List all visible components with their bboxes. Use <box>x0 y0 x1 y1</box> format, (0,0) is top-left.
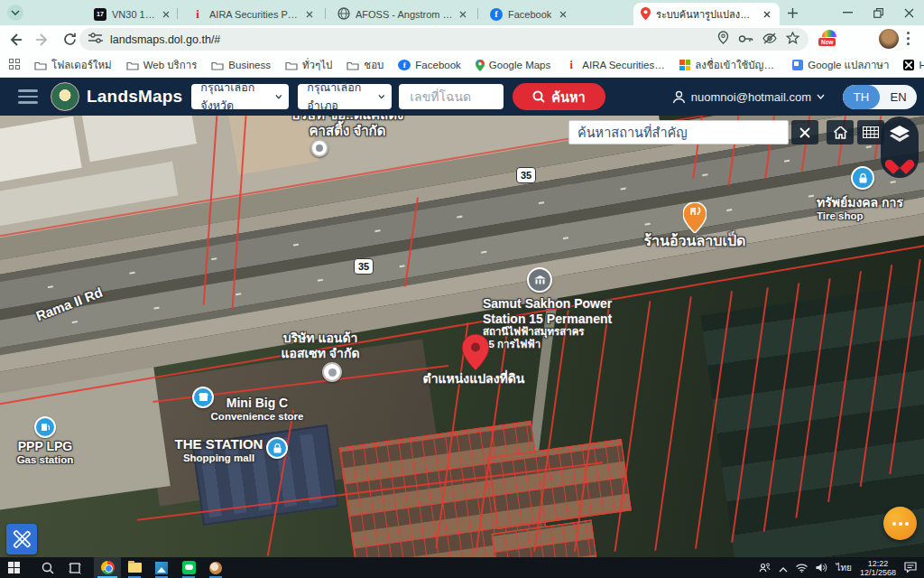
search-icon <box>532 90 545 103</box>
gas-icon <box>41 423 50 432</box>
bookmark-folder[interactable]: Web บริการ <box>119 57 205 73</box>
account-menu[interactable]: nuomnoi@hotmail.com <box>672 90 825 104</box>
keyboard-language-indicator[interactable]: ไทย <box>836 561 851 574</box>
bookmark-microsoft[interactable]: ลงชื่อเข้าใช้บัญชี Micr... <box>672 57 785 73</box>
omnibox[interactable]: landsmaps.dol.go.th/# <box>79 28 808 51</box>
taskbar-search-button[interactable] <box>34 557 61 578</box>
lang-en[interactable]: EN <box>880 85 917 109</box>
layers-button[interactable] <box>890 126 910 147</box>
aira-icon: i <box>191 8 204 21</box>
location-icon[interactable] <box>717 31 729 48</box>
taskbar-paint-button[interactable] <box>202 557 229 578</box>
folder-icon <box>126 61 139 70</box>
window-minimize-button[interactable] <box>832 0 863 25</box>
favorite-heart-button[interactable] <box>891 154 909 170</box>
ppp-lpg-poi[interactable] <box>34 416 56 438</box>
tab-close-icon[interactable] <box>458 8 467 21</box>
tab-close-icon[interactable] <box>306 8 314 21</box>
back-button[interactable] <box>4 28 27 51</box>
tab-close-icon[interactable] <box>557 8 569 21</box>
map-search-input[interactable] <box>568 120 789 144</box>
chevron-down-icon <box>11 10 20 15</box>
bookmark-google-translate[interactable]: Google แปลภาษา <box>785 57 896 73</box>
window-close-button[interactable] <box>893 0 924 25</box>
globe-icon <box>337 7 350 22</box>
tab-facebook[interactable]: f Facebook <box>483 3 625 25</box>
notification-center-icon[interactable] <box>904 560 917 576</box>
parcel-pin-label: ตำแหน่งแปลงที่ดิน <box>388 371 559 387</box>
task-view-button[interactable] <box>61 557 88 578</box>
search-icon <box>42 562 54 574</box>
taskbar-photos-button[interactable] <box>148 557 175 578</box>
browser-toolbar: landsmaps.dol.go.th/# New <box>0 25 924 53</box>
browser-menu-button[interactable] <box>906 32 910 48</box>
chevron-down-icon <box>817 94 825 99</box>
power-station-poi[interactable] <box>527 267 552 293</box>
people-icon[interactable] <box>759 560 771 576</box>
aira-icon: i <box>565 59 578 71</box>
poi-marker[interactable] <box>310 139 328 157</box>
lock-icon <box>859 173 867 183</box>
window-restore-button[interactable] <box>863 0 893 25</box>
tray-expand-icon[interactable] <box>779 560 788 576</box>
tab-separator <box>477 8 478 19</box>
map-search-close-button[interactable] <box>791 120 818 144</box>
bookmark-aira[interactable]: iAIRA Securities Publ... <box>558 59 672 71</box>
apps-grid-icon[interactable] <box>9 59 20 71</box>
parcel-location-pin[interactable] <box>462 334 489 374</box>
bookmark-twitter[interactable]: Home / Twitter <box>896 60 924 70</box>
google-translate-icon <box>792 60 803 70</box>
new-tab-button[interactable] <box>787 6 799 23</box>
bookmark-folder[interactable]: ทั่วๆไป <box>278 57 339 73</box>
screen: 17 VN30 1,293.23 ▼ −1.34% lung i AIRA Se… <box>0 0 924 578</box>
poi-marker[interactable] <box>322 362 342 382</box>
district-select[interactable]: กรุณาเลือกอำเภอ <box>298 84 392 109</box>
eye-off-icon[interactable] <box>762 32 777 48</box>
taskbar-line-button[interactable] <box>175 557 202 578</box>
taskbar-chrome-button[interactable] <box>94 557 121 578</box>
bookmark-facebook[interactable]: fFacebook <box>391 60 468 70</box>
deed-number-input[interactable] <box>399 84 504 109</box>
start-button[interactable] <box>0 557 27 578</box>
lang-th-active[interactable]: TH <box>843 85 880 109</box>
search-button[interactable]: ค้นหา <box>513 83 605 110</box>
tab-vn30[interactable]: 17 VN30 1,293.23 ▼ −1.34% lung <box>87 3 177 25</box>
tab-aira[interactable]: i AIRA Securities Public Compan <box>184 3 321 25</box>
measure-tools-button[interactable] <box>6 524 37 555</box>
taskbar-explorer-button[interactable] <box>121 557 148 578</box>
tab-landsmaps-active[interactable]: ระบบค้นหารูปแปลงที่ดิน (LandsMa <box>633 3 780 25</box>
map-home-button[interactable] <box>827 120 854 144</box>
file-explorer-icon <box>128 563 142 573</box>
password-key-icon[interactable] <box>738 32 753 48</box>
tab-close-icon[interactable] <box>162 8 170 21</box>
forward-button[interactable] <box>31 28 54 51</box>
language-toggle[interactable]: TH EN <box>843 85 917 109</box>
site-settings-icon[interactable] <box>88 32 103 48</box>
restaurant-pin[interactable] <box>683 202 707 237</box>
tab-afoss[interactable]: AFOSS - Angstrom Front Offic <box>330 3 475 25</box>
menu-hamburger-button[interactable] <box>18 89 38 104</box>
tab-search-button[interactable] <box>7 5 23 21</box>
station-lock-poi[interactable] <box>266 437 288 459</box>
reload-button[interactable] <box>58 28 81 51</box>
folder-icon <box>34 61 47 70</box>
tab-close-icon[interactable] <box>761 8 772 21</box>
taskbar-clock[interactable]: 12:22 12/1/2568 <box>860 559 896 577</box>
bookmark-folder[interactable]: Business <box>204 60 278 70</box>
route-35-shield: 35 <box>516 167 536 183</box>
chevron-down-icon <box>275 94 282 99</box>
power-station-label: Samut Sakhon Power Station 15 Permanent … <box>483 296 654 350</box>
bookmark-google-maps[interactable]: Google Maps <box>468 60 558 71</box>
bookmark-star-icon[interactable] <box>786 32 799 48</box>
chat-fab-button[interactable] <box>883 507 917 540</box>
province-select[interactable]: กรุณาเลือกจังหวัด <box>191 84 289 109</box>
url-text[interactable]: landsmaps.dol.go.th/# <box>110 33 717 46</box>
bookmark-folder[interactable]: โฟลเดอร์ใหม่ <box>27 57 119 73</box>
extension-new-icon[interactable]: New <box>819 29 841 49</box>
wifi-icon[interactable] <box>796 560 808 576</box>
bookmark-folder[interactable]: ชอบ <box>339 57 391 73</box>
tire-shop-poi[interactable] <box>851 166 874 190</box>
speaker-icon[interactable] <box>816 560 827 576</box>
profile-avatar[interactable] <box>879 29 899 49</box>
satellite-map[interactable]: บริษัท ชอ..ดแคสติ้ง คาสติ้ง จำกัด 35 35 … <box>0 116 924 557</box>
